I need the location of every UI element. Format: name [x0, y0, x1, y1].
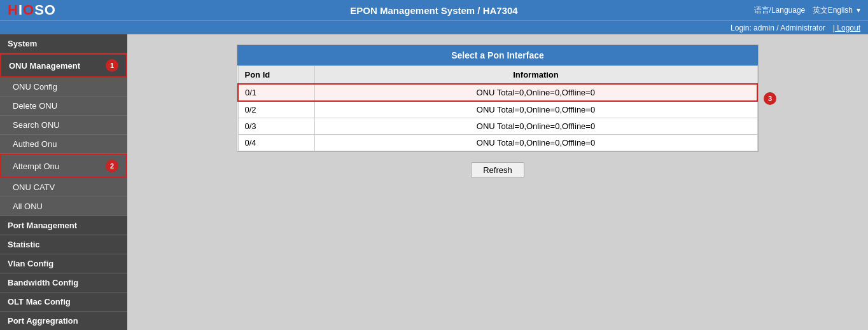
sidebar-item-olt-mac-config[interactable]: OLT Mac Config: [0, 292, 127, 312]
language-selector[interactable]: 语言/Language 英文English ▾: [754, 5, 860, 16]
header-top: HIOSO EPON Management System / HA7304 语言…: [0, 0, 868, 20]
sidebar: System ONU Management 1 ONU Config Delet…: [0, 34, 127, 330]
sidebar-item-label: ONU CATV: [13, 182, 55, 192]
pon-id-cell: 0/2: [238, 101, 314, 118]
sidebar-item-label: OLT Mac Config: [8, 297, 71, 306]
sidebar-item-port-management[interactable]: Port Management: [0, 216, 127, 235]
sidebar-item-statistic[interactable]: Statistic: [0, 235, 127, 254]
table-row[interactable]: 0/3 ONU Total=0,Online=0,Offline=0: [238, 118, 757, 135]
sidebar-item-label: Delete ONU: [13, 101, 57, 111]
badge-3: 3: [764, 92, 776, 105]
sidebar-item-label: Authed Onu: [13, 139, 57, 149]
information-cell: ONU Total=0,Online=0,Offline=0: [314, 101, 757, 118]
pon-panel: Select a Pon Interface Pon Id Informatio…: [237, 45, 759, 152]
sidebar-item-all-onu[interactable]: All ONU: [0, 197, 127, 216]
refresh-area: Refresh: [140, 162, 855, 178]
pon-id-cell: 0/3: [238, 118, 314, 135]
refresh-button[interactable]: Refresh: [471, 162, 524, 178]
col-header-pon-id: Pon Id: [238, 66, 314, 85]
sidebar-item-onu-catv[interactable]: ONU CATV: [0, 178, 127, 197]
sidebar-item-attempt-onu[interactable]: Attempt Onu 2: [0, 154, 127, 178]
sidebar-item-label: Port Aggregration: [8, 316, 78, 326]
badge-1: 1: [106, 59, 118, 72]
sidebar-item-onu-config[interactable]: ONU Config: [0, 78, 127, 97]
sidebar-item-onu-management[interactable]: ONU Management 1: [0, 53, 127, 78]
sidebar-item-label: ONU Config: [13, 82, 57, 92]
sidebar-item-label: All ONU: [13, 202, 43, 211]
header-bottom: Login: admin / Administrator | Logout: [0, 20, 868, 34]
sidebar-item-bandwidth-config[interactable]: Bandwidth Config: [0, 273, 127, 292]
language-value[interactable]: 英文English: [813, 5, 853, 16]
sidebar-item-delete-onu[interactable]: Delete ONU: [0, 97, 127, 116]
login-info: Login: admin / Administrator: [731, 24, 825, 32]
sidebar-item-search-onu[interactable]: Search ONU: [0, 116, 127, 135]
content-area: Select a Pon Interface Pon Id Informatio…: [127, 34, 868, 330]
logout-link[interactable]: | Logout: [833, 24, 860, 32]
chevron-down-icon: ▾: [857, 6, 860, 15]
sidebar-item-label: Statistic: [8, 240, 40, 249]
table-row[interactable]: 0/4 ONU Total=0,Online=0,Offline=0: [238, 135, 757, 151]
sidebar-item-authed-onu[interactable]: Authed Onu: [0, 135, 127, 154]
sidebar-item-label: Search ONU: [13, 120, 60, 130]
pon-id-cell: 0/4: [238, 135, 314, 151]
sidebar-item-label: Bandwidth Config: [8, 278, 78, 287]
sidebar-item-label: Vlan Config: [8, 259, 53, 268]
logo-text: HIOSO: [8, 2, 56, 18]
badge-2: 2: [106, 160, 118, 172]
sidebar-item-label: Port Management: [8, 221, 77, 230]
table-row[interactable]: 0/1 ONU Total=0,Online=0,Offline=0: [238, 84, 757, 101]
pon-panel-header: Select a Pon Interface: [237, 45, 758, 65]
logo: HIOSO: [8, 2, 56, 18]
sidebar-item-port-aggregration[interactable]: Port Aggregration: [0, 312, 127, 330]
col-header-information: Information: [314, 66, 757, 85]
information-cell: ONU Total=0,Online=0,Offline=0: [314, 135, 757, 151]
page-title: EPON Management System / HA7304: [350, 5, 517, 16]
language-label: 语言/Language: [754, 5, 806, 16]
header-right: 语言/Language 英文English ▾: [754, 5, 860, 16]
sidebar-item-label: System: [8, 39, 37, 48]
sidebar-item-system[interactable]: System: [0, 34, 127, 53]
pon-table: Pon Id Information 0/1 ONU Total=0,Onlin…: [237, 65, 758, 151]
main-layout: System ONU Management 1 ONU Config Delet…: [0, 34, 868, 330]
sidebar-item-label: Attempt Onu: [13, 162, 59, 171]
sidebar-item-label: ONU Management: [9, 61, 80, 71]
information-cell: ONU Total=0,Online=0,Offline=0: [314, 84, 757, 101]
pon-id-cell: 0/1: [238, 84, 314, 101]
information-cell: ONU Total=0,Online=0,Offline=0: [314, 118, 757, 135]
table-row[interactable]: 0/2 ONU Total=0,Online=0,Offline=0: [238, 101, 757, 118]
sidebar-item-vlan-config[interactable]: Vlan Config: [0, 254, 127, 273]
